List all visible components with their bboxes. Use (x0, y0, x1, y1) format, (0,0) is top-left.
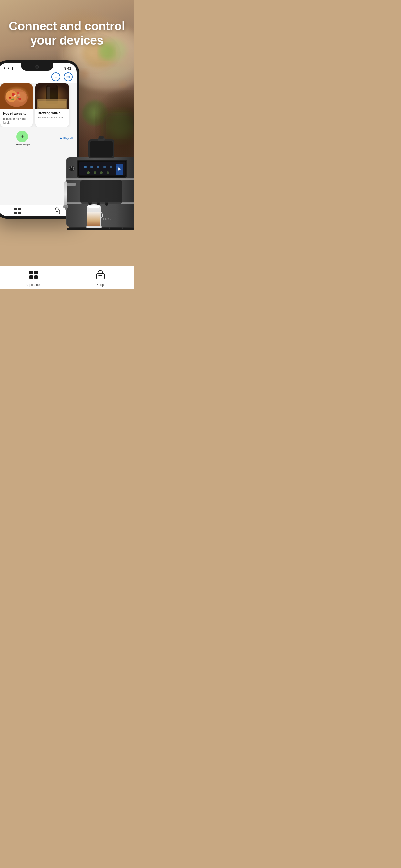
phone-notch (21, 63, 53, 71)
svg-rect-30 (14, 208, 17, 210)
svg-point-60 (110, 166, 112, 168)
phone-camera (35, 65, 39, 69)
appliances-nav-icon (14, 207, 21, 216)
svg-point-63 (94, 172, 96, 174)
header: Connect and control your devices (0, 0, 134, 54)
phone-nav-appliances[interactable]: Appliances (0, 207, 37, 219)
svg-rect-34 (54, 210, 60, 214)
svg-rect-31 (18, 208, 21, 210)
svg-rect-33 (18, 212, 21, 214)
recipe-cards: Novel ways to to take our e next level. (0, 83, 76, 127)
recipe-card-1-title: Novel ways to (3, 111, 30, 116)
nav-shop-label: Shop (96, 283, 104, 287)
mail-icon: ✉ (66, 74, 70, 80)
create-recipe-icon: + (17, 131, 28, 143)
battery-icon: ▮ (11, 66, 13, 70)
svg-point-17 (17, 92, 19, 94)
svg-rect-27 (48, 87, 50, 99)
nav-shop[interactable]: Shop (67, 270, 134, 287)
recipe-card-2-title: Brewing with c (38, 111, 66, 115)
svg-point-57 (90, 166, 93, 168)
svg-rect-92 (34, 271, 38, 274)
svg-rect-82 (90, 141, 113, 157)
svg-point-59 (103, 166, 106, 168)
svg-point-64 (100, 172, 103, 174)
create-recipe-label: Create recipe (14, 143, 30, 146)
nav-appliances[interactable]: Appliances (0, 270, 67, 287)
signal-icon: ▲ (7, 66, 10, 70)
svg-rect-35 (56, 211, 58, 212)
svg-rect-29 (38, 101, 66, 107)
phone-nav-appliances-label: Appliances (11, 217, 24, 219)
svg-rect-89 (86, 226, 102, 228)
phone-section: ▼ ▲ ▮ 9:41 + ✉ (0, 60, 134, 235)
add-icon: + (55, 74, 57, 80)
phone-nav-shop-label: Shop (54, 217, 60, 219)
svg-point-65 (106, 172, 109, 174)
create-recipe-button[interactable]: + Create recipe (14, 131, 30, 146)
appliances-icon (29, 270, 38, 282)
svg-point-58 (97, 166, 99, 168)
app-bottom-nav: Appliances Shop (0, 266, 134, 289)
svg-point-18 (9, 97, 11, 99)
svg-point-20 (14, 95, 16, 97)
svg-rect-91 (29, 271, 33, 274)
recipe-card-2-text: Brewing with c Kitchen except aromat (35, 109, 69, 121)
svg-rect-95 (96, 274, 104, 279)
recipe-card-2-desc: Kitchen except aromat (38, 116, 66, 119)
svg-rect-77 (66, 183, 76, 186)
add-button[interactable]: + (51, 72, 60, 82)
hero-title: Connect and control your devices (6, 20, 127, 48)
svg-point-21 (19, 94, 20, 96)
coffee-machine: PHILIPS (59, 125, 134, 248)
svg-rect-93 (29, 275, 33, 279)
recipe-card-2-image (35, 83, 69, 109)
recipe-card-1-desc: to take our e next level. (3, 117, 30, 125)
svg-rect-94 (34, 275, 38, 279)
nav-appliances-label: Appliances (26, 283, 41, 287)
svg-rect-84 (99, 136, 104, 138)
recipe-card-2[interactable]: Brewing with c Kitchen except aromat (35, 83, 69, 127)
svg-rect-78 (64, 182, 67, 207)
svg-rect-96 (98, 275, 102, 276)
svg-point-80 (65, 207, 67, 210)
svg-point-62 (87, 172, 90, 174)
recipe-card-1-text: Novel ways to to take our e next level. (0, 109, 33, 127)
recipe-card-1-image (0, 83, 33, 109)
recipe-card-1[interactable]: Novel ways to to take our e next level. (0, 83, 33, 127)
status-time: 9:41 (64, 66, 71, 70)
shop-icon (96, 270, 105, 282)
svg-point-14 (6, 90, 18, 102)
app-container: Connect and control your devices ▼ ▲ ▮ 9… (0, 0, 134, 289)
wifi-icon: ▼ (3, 66, 6, 70)
coffee-machine-svg: PHILIPS (59, 125, 134, 248)
svg-rect-87 (88, 212, 100, 226)
status-left: ▼ ▲ ▮ (3, 66, 13, 70)
svg-point-76 (105, 203, 108, 206)
mail-button[interactable]: ✉ (64, 72, 73, 82)
phone-toolbar: + ✉ (0, 71, 76, 83)
svg-point-56 (84, 166, 87, 168)
svg-rect-70 (81, 180, 122, 204)
svg-rect-32 (14, 212, 17, 214)
svg-point-88 (88, 205, 100, 208)
